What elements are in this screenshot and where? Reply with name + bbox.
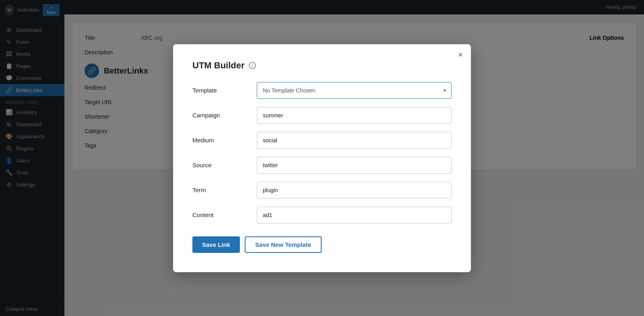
term-label: Term: [192, 187, 257, 193]
button-row: Save Link Save New Template: [192, 236, 452, 253]
content-label: Content: [192, 211, 257, 218]
template-select[interactable]: No Template Chosen: [257, 82, 452, 99]
campaign-row: Campaign: [192, 107, 452, 124]
utm-builder-modal: × UTM Builder i Template No Template Cho…: [173, 44, 471, 272]
save-link-button[interactable]: Save Link: [192, 236, 240, 253]
save-template-button[interactable]: Save New Template: [245, 236, 322, 253]
medium-row: Medium: [192, 132, 452, 149]
content-row: Content: [192, 207, 452, 224]
template-label: Template: [192, 87, 257, 94]
term-input[interactable]: [257, 182, 452, 199]
medium-input[interactable]: [257, 132, 452, 149]
template-select-wrapper: No Template Chosen ▾: [257, 82, 452, 99]
template-row: Template No Template Chosen ▾: [192, 82, 452, 99]
modal-close-button[interactable]: ×: [458, 51, 463, 59]
content-input[interactable]: [257, 207, 452, 224]
term-row: Term: [192, 182, 452, 199]
modal-backdrop: × UTM Builder i Template No Template Cho…: [0, 0, 644, 316]
source-input[interactable]: [257, 157, 452, 174]
modal-title: UTM Builder i: [192, 60, 452, 71]
medium-label: Medium: [192, 137, 257, 144]
info-icon[interactable]: i: [249, 62, 256, 69]
campaign-input[interactable]: [257, 107, 452, 124]
source-row: Source: [192, 157, 452, 174]
source-label: Source: [192, 162, 257, 168]
campaign-label: Campaign: [192, 112, 257, 119]
